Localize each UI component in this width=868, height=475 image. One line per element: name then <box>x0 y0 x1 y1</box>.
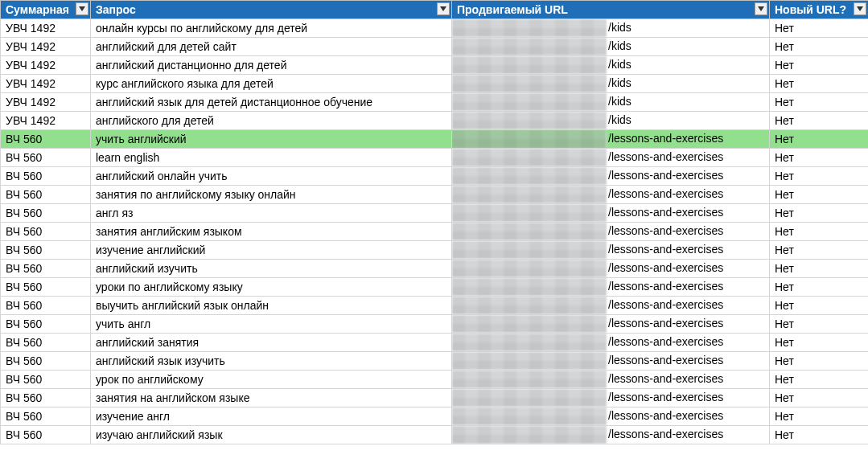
table-row[interactable]: ВЧ 560выучить английский язык онлайн/les… <box>1 297 869 315</box>
cell-summary[interactable]: ВЧ 560 <box>1 315 91 334</box>
cell-url[interactable]: /lessons-and-exercises <box>452 407 770 426</box>
cell-summary[interactable]: ВЧ 560 <box>1 352 91 371</box>
table-row[interactable]: ВЧ 560учить англ/lessons-and-exercisesНе… <box>1 315 869 334</box>
cell-new-url[interactable]: Нет <box>770 75 869 93</box>
cell-query[interactable]: английский изучить <box>91 260 452 278</box>
cell-query[interactable]: англ яз <box>91 204 452 223</box>
cell-new-url[interactable]: Нет <box>770 19 869 38</box>
cell-new-url[interactable]: Нет <box>770 352 869 371</box>
cell-new-url[interactable]: Нет <box>770 149 869 167</box>
header-summary[interactable]: Суммарная <box>1 1 91 19</box>
cell-summary[interactable]: УВЧ 1492 <box>1 112 91 130</box>
cell-new-url[interactable]: Нет <box>770 389 869 407</box>
cell-url[interactable]: /lessons-and-exercises <box>452 223 770 241</box>
cell-summary[interactable]: УВЧ 1492 <box>1 75 91 93</box>
cell-url[interactable]: /lessons-and-exercises <box>452 241 770 260</box>
cell-url[interactable]: /kids <box>452 112 770 130</box>
cell-summary[interactable]: ВЧ 560 <box>1 130 91 149</box>
cell-summary[interactable]: ВЧ 560 <box>1 260 91 278</box>
cell-summary[interactable]: ВЧ 560 <box>1 371 91 389</box>
table-row[interactable]: ВЧ 560занятия английским языком/lessons-… <box>1 223 869 241</box>
table-row[interactable]: ВЧ 560урок по английскому/lessons-and-ex… <box>1 371 869 389</box>
cell-url[interactable]: /lessons-and-exercises <box>452 204 770 223</box>
cell-url[interactable]: /lessons-and-exercises <box>452 260 770 278</box>
table-row[interactable]: ВЧ 560английский изучить/lessons-and-exe… <box>1 260 869 278</box>
cell-query[interactable]: занятия английским языком <box>91 223 452 241</box>
cell-new-url[interactable]: Нет <box>770 56 869 75</box>
filter-dropdown-summary[interactable] <box>76 2 88 15</box>
header-query[interactable]: Запрос <box>91 1 452 19</box>
cell-url[interactable]: /kids <box>452 93 770 112</box>
cell-url[interactable]: /kids <box>452 38 770 56</box>
cell-query[interactable]: изучение англ <box>91 407 452 426</box>
cell-summary[interactable]: ВЧ 560 <box>1 389 91 407</box>
header-url[interactable]: Продвигаемый URL <box>452 1 770 19</box>
filter-dropdown-url[interactable] <box>755 2 767 15</box>
cell-query[interactable]: английский для детей сайт <box>91 38 452 56</box>
table-row[interactable]: ВЧ 560учить английский/lessons-and-exerc… <box>1 130 869 149</box>
cell-query[interactable]: выучить английский язык онлайн <box>91 297 452 315</box>
cell-query[interactable]: занятия на английском языке <box>91 389 452 407</box>
cell-new-url[interactable]: Нет <box>770 223 869 241</box>
cell-new-url[interactable]: Нет <box>770 112 869 130</box>
cell-new-url[interactable]: Нет <box>770 315 869 334</box>
cell-url[interactable]: /kids <box>452 75 770 93</box>
table-row[interactable]: ВЧ 560изучаю английский язык/lessons-and… <box>1 426 869 444</box>
cell-query[interactable]: урок по английскому <box>91 371 452 389</box>
cell-new-url[interactable]: Нет <box>770 297 869 315</box>
cell-query[interactable]: английский онлайн учить <box>91 167 452 186</box>
cell-new-url[interactable]: Нет <box>770 407 869 426</box>
cell-summary[interactable]: УВЧ 1492 <box>1 93 91 112</box>
cell-summary[interactable]: ВЧ 560 <box>1 334 91 352</box>
cell-url[interactable]: /lessons-and-exercises <box>452 389 770 407</box>
cell-summary[interactable]: ВЧ 560 <box>1 297 91 315</box>
cell-query[interactable]: учить английский <box>91 130 452 149</box>
cell-query[interactable]: английский язык для детей дистанционное … <box>91 93 452 112</box>
cell-new-url[interactable]: Нет <box>770 241 869 260</box>
cell-new-url[interactable]: Нет <box>770 204 869 223</box>
table-row[interactable]: ВЧ 560английский занятия/lessons-and-exe… <box>1 334 869 352</box>
cell-url[interactable]: /lessons-and-exercises <box>452 130 770 149</box>
cell-new-url[interactable]: Нет <box>770 426 869 444</box>
table-row[interactable]: УВЧ 1492английский для детей сайт/kidsНе… <box>1 38 869 56</box>
cell-summary[interactable]: ВЧ 560 <box>1 426 91 444</box>
cell-summary[interactable]: ВЧ 560 <box>1 241 91 260</box>
table-row[interactable]: ВЧ 560learn english/lessons-and-exercise… <box>1 149 869 167</box>
cell-summary[interactable]: ВЧ 560 <box>1 407 91 426</box>
cell-summary[interactable]: ВЧ 560 <box>1 186 91 204</box>
table-row[interactable]: УВЧ 1492английский язык для детей дистан… <box>1 93 869 112</box>
cell-summary[interactable]: УВЧ 1492 <box>1 19 91 38</box>
cell-query[interactable]: курс английского языка для детей <box>91 75 452 93</box>
cell-new-url[interactable]: Нет <box>770 38 869 56</box>
cell-url[interactable]: /kids <box>452 19 770 38</box>
cell-new-url[interactable]: Нет <box>770 130 869 149</box>
cell-url[interactable]: /lessons-and-exercises <box>452 278 770 297</box>
cell-summary[interactable]: ВЧ 560 <box>1 278 91 297</box>
cell-summary[interactable]: ВЧ 560 <box>1 167 91 186</box>
cell-summary[interactable]: ВЧ 560 <box>1 223 91 241</box>
table-row[interactable]: УВЧ 1492английский дистанционно для дете… <box>1 56 869 75</box>
cell-new-url[interactable]: Нет <box>770 371 869 389</box>
cell-url[interactable]: /lessons-and-exercises <box>452 426 770 444</box>
cell-query[interactable]: английского для детей <box>91 112 452 130</box>
cell-summary[interactable]: УВЧ 1492 <box>1 56 91 75</box>
cell-summary[interactable]: УВЧ 1492 <box>1 38 91 56</box>
cell-new-url[interactable]: Нет <box>770 260 869 278</box>
table-row[interactable]: ВЧ 560англ яз/lessons-and-exercisesНет <box>1 204 869 223</box>
cell-query[interactable]: learn english <box>91 149 452 167</box>
table-row[interactable]: ВЧ 560изучение английский/lessons-and-ex… <box>1 241 869 260</box>
cell-url[interactable]: /lessons-and-exercises <box>452 334 770 352</box>
cell-query[interactable]: изучаю английский язык <box>91 426 452 444</box>
table-row[interactable]: УВЧ 1492английского для детей/kidsНет <box>1 112 869 130</box>
table-row[interactable]: УВЧ 1492онлайн курсы по английскому для … <box>1 19 869 38</box>
header-new-url[interactable]: Новый URL? <box>770 1 869 19</box>
cell-summary[interactable]: ВЧ 560 <box>1 204 91 223</box>
cell-query[interactable]: английский язык изучить <box>91 352 452 371</box>
cell-url[interactable]: /lessons-and-exercises <box>452 167 770 186</box>
cell-url[interactable]: /lessons-and-exercises <box>452 149 770 167</box>
cell-query[interactable]: учить англ <box>91 315 452 334</box>
table-row[interactable]: УВЧ 1492курс английского языка для детей… <box>1 75 869 93</box>
cell-new-url[interactable]: Нет <box>770 334 869 352</box>
filter-dropdown-query[interactable] <box>437 2 450 15</box>
cell-new-url[interactable]: Нет <box>770 93 869 112</box>
